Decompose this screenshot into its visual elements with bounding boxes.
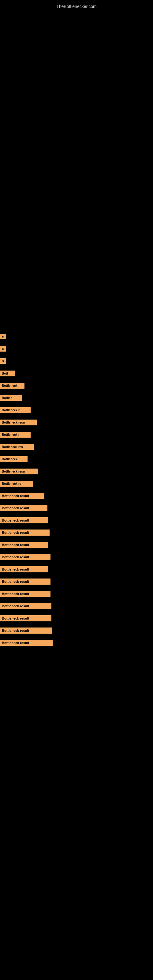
bottleneck-item: Bottleneck result — [0, 625, 153, 636]
bottleneck-label[interactable]: Bottleneck result — [0, 615, 51, 621]
bottleneck-label[interactable]: Bottleneck resu — [0, 469, 38, 474]
bottleneck-item: Bottleneck r — [0, 404, 153, 416]
bottleneck-item: Bott — [0, 368, 153, 379]
bottleneck-item: Bottleneck result — [0, 563, 153, 575]
bottleneck-label[interactable]: Bottleneck result — [0, 554, 51, 560]
bottleneck-item: Bottleneck — [0, 380, 153, 391]
bottleneck-label[interactable]: Bottleneck result — [0, 530, 49, 536]
bottleneck-item: Bottleneck r — [0, 429, 153, 441]
bottleneck-label[interactable]: Bottleneck resu — [0, 420, 37, 425]
bottleneck-label[interactable]: Bottlen — [0, 395, 22, 401]
bottleneck-label[interactable]: Bottleneck result — [0, 517, 48, 523]
bottleneck-item: Bottleneck result — [0, 637, 153, 649]
bottleneck-items-container: BBBBottBottleneckBottlenBottleneck rBott… — [0, 331, 153, 649]
bottleneck-label[interactable]: Bottleneck result — [0, 542, 48, 548]
bottleneck-item: Bottleneck result — [0, 490, 153, 502]
bottleneck-item: Bottleneck result — [0, 612, 153, 624]
bottleneck-item: Bottleneck resu — [0, 417, 153, 428]
bottleneck-label[interactable]: Bottleneck result — [0, 627, 52, 634]
bottleneck-item: Bottleneck result — [0, 539, 153, 550]
site-title: TheBottlenecker.com — [0, 2, 153, 11]
bottleneck-label[interactable]: Bottleneck result — [0, 505, 48, 511]
bottleneck-label[interactable]: Bottleneck r — [0, 407, 30, 413]
bottleneck-item: Bottleneck result — [0, 576, 153, 587]
bottleneck-label[interactable]: B — [0, 334, 6, 339]
bottleneck-label[interactable]: Bottleneck result — [0, 566, 48, 573]
bottleneck-label[interactable]: Bottleneck result — [0, 640, 53, 646]
bottleneck-item: Bottleneck re — [0, 478, 153, 489]
bottleneck-label[interactable]: B — [0, 346, 6, 352]
bottleneck-item: Bottleneck result — [0, 502, 153, 514]
bottleneck-label[interactable]: Bottleneck result — [0, 493, 45, 499]
bottleneck-item: Bottleneck resu — [0, 466, 153, 477]
bottleneck-label[interactable]: Bottleneck res — [0, 444, 33, 450]
bottleneck-item: Bottleneck — [0, 453, 153, 465]
bottleneck-label[interactable]: Bottleneck result — [0, 603, 51, 609]
bottleneck-item: B — [0, 343, 153, 355]
bottleneck-item: B — [0, 355, 153, 367]
bottleneck-item: Bottleneck result — [0, 551, 153, 563]
bottleneck-item: Bottleneck result — [0, 588, 153, 600]
bottleneck-item: Bottleneck res — [0, 441, 153, 453]
bottleneck-label[interactable]: Bottleneck re — [0, 481, 33, 487]
bottleneck-label[interactable]: Bott — [0, 371, 15, 376]
bottleneck-item: Bottleneck result — [0, 527, 153, 538]
bottleneck-label[interactable]: Bottleneck — [0, 383, 24, 389]
bottleneck-label[interactable]: Bottleneck result — [0, 591, 51, 597]
bottleneck-label[interactable]: Bottleneck r — [0, 432, 30, 438]
bottleneck-label[interactable]: Bottleneck — [0, 456, 27, 462]
bottleneck-label[interactable]: B — [0, 358, 6, 364]
bottleneck-item: Bottlen — [0, 392, 153, 404]
bottleneck-item: Bottleneck result — [0, 514, 153, 526]
bottleneck-label[interactable]: Bottleneck result — [0, 579, 51, 585]
bottleneck-item: B — [0, 331, 153, 342]
bottleneck-item: Bottleneck result — [0, 600, 153, 612]
